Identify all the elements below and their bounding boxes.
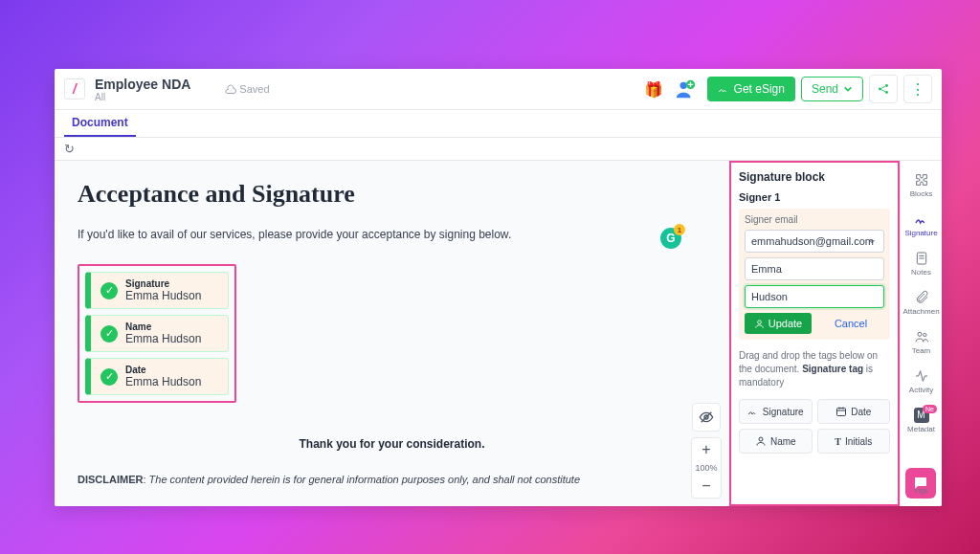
tag-initials[interactable]: T Initials — [817, 429, 891, 454]
zoom-percent: 100% — [692, 461, 721, 475]
svg-rect-8 — [837, 409, 846, 416]
first-name-input[interactable] — [745, 257, 884, 280]
notes-icon — [914, 251, 929, 266]
rail-activity[interactable]: Activity — [909, 368, 933, 394]
gift-icon[interactable]: 🎁 — [644, 80, 663, 99]
rail-blocks[interactable]: Blocks — [910, 172, 933, 198]
signature-icon — [747, 406, 759, 417]
cancel-button[interactable]: Cancel — [817, 313, 884, 334]
cloud-icon — [225, 84, 236, 94]
rail-settings[interactable]: ings — [914, 486, 928, 495]
zoom-in-button[interactable]: + — [692, 438, 721, 461]
tag-date[interactable]: Date — [817, 399, 891, 424]
doc-toolbar: ↻ — [55, 138, 942, 161]
svg-point-0 — [679, 82, 686, 89]
team-icon — [914, 329, 929, 344]
last-name-input[interactable] — [745, 285, 884, 308]
svg-point-2 — [879, 88, 881, 91]
attachment-icon — [914, 290, 929, 305]
text-icon: T — [835, 436, 841, 447]
signer-label: Signer 1 — [739, 191, 890, 203]
activity-icon — [914, 368, 929, 384]
svg-point-17 — [923, 333, 925, 336]
app-logo[interactable]: / — [64, 78, 85, 100]
visibility-toggle[interactable] — [692, 403, 721, 432]
document-title: Employee NDA — [95, 77, 190, 92]
tag-name[interactable]: Name — [739, 429, 813, 454]
date-field[interactable]: ✓ Date Emma Hudson — [85, 358, 229, 395]
svg-point-3 — [885, 84, 888, 87]
svg-point-12 — [759, 437, 763, 441]
rail-metadata[interactable]: Ne M Metadat — [907, 408, 935, 433]
signature-icon — [914, 211, 929, 227]
panel-title: Signature block — [739, 170, 890, 184]
tag-grid: Signature Date Name T Initials — [739, 399, 890, 454]
chevron-down-icon — [843, 84, 853, 94]
document-subtitle: All — [95, 92, 190, 102]
grammarly-badge[interactable]: G — [660, 228, 681, 249]
doc-intro: If you'd like to avail of our services, … — [78, 228, 706, 241]
signature-fields-group: ✓ Signature Emma Hudson ✓ Name Emma Huds… — [78, 264, 236, 403]
thank-you-text: Thank you for your consideration. — [78, 437, 706, 451]
calendar-icon — [835, 406, 847, 417]
tab-document[interactable]: Document — [64, 110, 136, 137]
zoom-controls: + 100% − — [691, 403, 722, 499]
svg-point-7 — [757, 320, 761, 323]
signer-form: Signer email emmahudson@gmail.com Update… — [739, 209, 890, 340]
get-esign-button[interactable]: Get eSign — [707, 77, 795, 101]
right-rail: Blocks Signature Notes Attachmen — [900, 161, 942, 506]
title-area: Employee NDA All — [95, 77, 190, 102]
zoom-out-button[interactable]: − — [692, 475, 721, 498]
person-icon — [755, 435, 767, 447]
drag-instructions: Drag and drop the tags below on the docu… — [739, 349, 890, 389]
check-icon: ✓ — [100, 325, 118, 343]
document-view: Acceptance and Signature If you'd like t… — [55, 161, 729, 506]
update-button[interactable]: Update — [745, 313, 812, 334]
signature-field[interactable]: ✓ Signature Emma Hudson — [85, 272, 229, 309]
check-icon: ✓ — [100, 282, 118, 299]
send-button[interactable]: Send — [801, 77, 863, 101]
signer-email-select[interactable]: emmahudson@gmail.com — [745, 230, 884, 253]
rail-team[interactable]: Team — [912, 329, 931, 355]
saved-indicator: Saved — [225, 83, 269, 95]
tag-signature[interactable]: Signature — [739, 399, 813, 424]
header: / Employee NDA All Saved 🎁 Get eSign Sen… — [55, 69, 942, 110]
refresh-icon[interactable]: ↻ — [64, 142, 75, 156]
main-area: Acceptance and Signature If you'd like t… — [55, 161, 942, 506]
svg-point-4 — [885, 91, 888, 94]
app-window: / Employee NDA All Saved 🎁 Get eSign Sen… — [55, 69, 942, 506]
rail-notes[interactable]: Notes — [911, 251, 931, 277]
disclaimer: DISCLAIMER: The content provided herein … — [78, 474, 706, 485]
rail-signature[interactable]: Signature — [904, 211, 937, 237]
rail-attachments[interactable]: Attachmen — [902, 290, 939, 316]
person-icon — [754, 319, 765, 329]
puzzle-icon — [914, 172, 929, 188]
new-badge: Ne — [923, 405, 937, 413]
saved-label: Saved — [239, 83, 269, 95]
email-label: Signer email — [745, 214, 884, 225]
signature-block-panel: ✕ Signature block Signer 1 Signer email … — [729, 161, 900, 506]
tabs-bar: Document — [55, 110, 942, 138]
share-button[interactable] — [869, 75, 898, 103]
doc-heading: Acceptance and Signature — [78, 180, 706, 209]
add-user-icon[interactable] — [675, 78, 696, 100]
signature-icon — [718, 83, 729, 95]
name-field[interactable]: ✓ Name Emma Hudson — [85, 315, 229, 352]
more-button[interactable]: ⋮ — [903, 75, 932, 103]
check-icon: ✓ — [100, 368, 118, 386]
svg-point-16 — [918, 332, 922, 336]
